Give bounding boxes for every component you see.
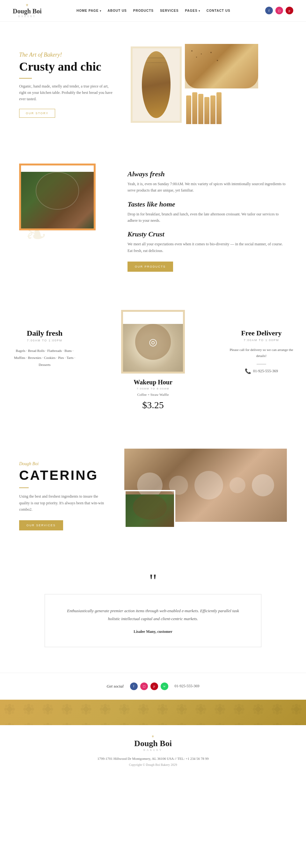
- logo-name: Dough Boi: [13, 7, 42, 15]
- delivery-divider: [257, 364, 266, 364]
- delivery-title: Free Delivery: [229, 329, 293, 337]
- daily-title: Daily fresh: [13, 329, 77, 338]
- wakeup-title: Wakeup Hour: [115, 379, 191, 386]
- banner-pattern: [0, 700, 306, 725]
- catering-right: [124, 448, 287, 522]
- fresh-text-1: Yeah, it is, even on Sunday 7:00AM. We m…: [128, 181, 287, 194]
- fresh-text-3: We meet all your expectations even when …: [128, 241, 287, 254]
- hero-bread-images-right: [185, 44, 258, 125]
- daily-items: Bagels · Bread Rolls · Flatbreads · Buns…: [13, 347, 77, 368]
- catering-left: Dough Boi CATERING Using the best and fr…: [19, 448, 108, 530]
- footer-logo-sub: BAKERY: [13, 748, 293, 751]
- testimonial-quote: Enthusiastically generate premier action…: [64, 607, 242, 623]
- delivery-text: Please call for delivery so we can arran…: [229, 347, 293, 359]
- bread-loaf-visual: [142, 51, 170, 118]
- fresh-title-2: Tastes like home: [128, 200, 287, 209]
- catering-title: CATERING: [19, 468, 108, 483]
- daily-center: ◎ Wakeup Hour 7:00AM TO 8:00AM Coffee + …: [115, 310, 191, 410]
- fresh-title-1: Always fresh: [128, 170, 287, 178]
- footer-phone: 01-925-555-369: [175, 684, 199, 688]
- nav-social-icons: f ◻ p: [265, 7, 293, 14]
- footer-address: 1799-1701 Hillwood Dr Montgomery, AL 361…: [13, 757, 293, 761]
- footer-social-icons: f ◻ p w: [130, 682, 168, 690]
- footer-instagram-icon[interactable]: ◻: [140, 682, 148, 690]
- nav-home[interactable]: HOME PAGE: [77, 9, 101, 12]
- hero-section: The Art of Bakery! Crusty and chic Organ…: [0, 22, 306, 145]
- hero-description: Organic, hand made, smelly and tender, a…: [19, 83, 115, 102]
- catering-brand-script: Dough Boi: [19, 461, 108, 466]
- footer-copyright: Copyright © Dough Boi Bakery 2029: [13, 763, 293, 767]
- catering-divider: [19, 488, 29, 488]
- fresh-left: ❧: [19, 163, 108, 230]
- hero-divider: [19, 78, 32, 79]
- daily-right: Free Delivery 7:00AM TO 1:00PM Please ca…: [229, 310, 293, 374]
- nav-products[interactable]: PRODUCTS: [133, 9, 154, 12]
- facebook-icon[interactable]: f: [265, 7, 273, 14]
- fresh-plant-decor: ❧: [26, 220, 47, 249]
- nav-pages[interactable]: PAGES: [185, 9, 200, 12]
- footer-logo-name: Dough Boi: [13, 739, 293, 748]
- testimonial-box: Enthusiastically generate premier action…: [45, 594, 261, 647]
- footer-banner: [0, 700, 306, 725]
- wakeup-hours: 7:00AM TO 8:00AM: [115, 387, 191, 390]
- fresh-cta-button[interactable]: OUR PRODUCTS: [128, 261, 173, 272]
- phone-icon: 📞: [245, 368, 251, 374]
- hero-text: The Art of Bakery! Crusty and chic Organ…: [19, 52, 121, 118]
- footer-logo-emblem: ⚜: [13, 735, 293, 738]
- nav-contact[interactable]: CONTACT US: [206, 9, 230, 12]
- fresh-text-2: Drop in for breakfast, brunch and lunch,…: [128, 211, 287, 224]
- daily-left: Daily fresh 7:00AM TO 1:00PM Bagels · Br…: [13, 310, 77, 368]
- hero-images: [131, 44, 287, 125]
- footer-top: Get social f ◻ p w 01-925-555-369: [0, 673, 306, 700]
- fresh-right: Always fresh Yeah, it is, even on Sunday…: [128, 163, 287, 272]
- wakeup-subtitle: Coffee + Straw Waffle: [115, 393, 191, 397]
- quote-icon: ": [45, 575, 261, 586]
- footer-bottom: ⚜ Dough Boi BAKERY 1799-1701 Hillwood Dr…: [0, 725, 306, 776]
- daily-fresh-section: Daily fresh 7:00AM TO 1:00PM Bagels · Br…: [0, 291, 306, 430]
- daily-hours: 7:00AM TO 1:00PM: [13, 339, 77, 342]
- hero-seeded-bread: [185, 44, 258, 89]
- hero-tagline: The Art of Bakery!: [19, 52, 115, 58]
- hero-title: Crusty and chic: [19, 60, 115, 73]
- hero-bread-image-left: [131, 46, 182, 123]
- testimonial-section: " Enthusiastically generate premier acti…: [0, 550, 306, 672]
- phone-box: 📞 01-925-555-369: [229, 368, 293, 374]
- delivery-phone: 01-925-555-369: [253, 369, 278, 374]
- wakeup-price: $3.25: [115, 400, 191, 410]
- nav-about[interactable]: ABOUT US: [108, 9, 127, 12]
- nav-links: HOME PAGE ABOUT US PRODUCTS SERVICES PAG…: [77, 9, 230, 12]
- delivery-hours: 7:00AM TO 1:00PM: [229, 339, 293, 342]
- footer-pinterest-icon[interactable]: p: [150, 682, 158, 690]
- logo-sub: BAKERY: [18, 15, 36, 18]
- pinterest-icon[interactable]: p: [286, 7, 293, 14]
- catering-text: Using the best and freshest ingredients …: [19, 493, 108, 513]
- catering-section: Dough Boi CATERING Using the best and fr…: [0, 430, 306, 550]
- nav-services[interactable]: SERVICES: [160, 9, 178, 12]
- hero-sliced-bread: [185, 91, 258, 125]
- hero-cta-button[interactable]: OUR STORY: [19, 109, 55, 118]
- instagram-icon[interactable]: ◻: [275, 7, 283, 14]
- always-fresh-section: ❧ Always fresh Yeah, it is, even on Sund…: [0, 145, 306, 291]
- footer-facebook-icon[interactable]: f: [130, 682, 138, 690]
- testimonial-author: Lisalee Many, customer: [64, 629, 242, 634]
- fresh-title-3: Krusty Crust: [128, 230, 287, 238]
- catering-cta-button[interactable]: OUR SERVICES: [19, 520, 63, 530]
- navbar: ⚜ Dough Boi BAKERY HOME PAGE ABOUT US PR…: [0, 0, 306, 22]
- footer-social-label: Get social: [107, 684, 123, 689]
- catering-small-image: [124, 490, 175, 528]
- daily-center-image: ◎: [121, 310, 185, 374]
- nav-logo: ⚜ Dough Boi BAKERY: [13, 3, 42, 18]
- footer-whatsapp-icon[interactable]: w: [161, 682, 168, 690]
- svg-rect-9: [0, 700, 306, 725]
